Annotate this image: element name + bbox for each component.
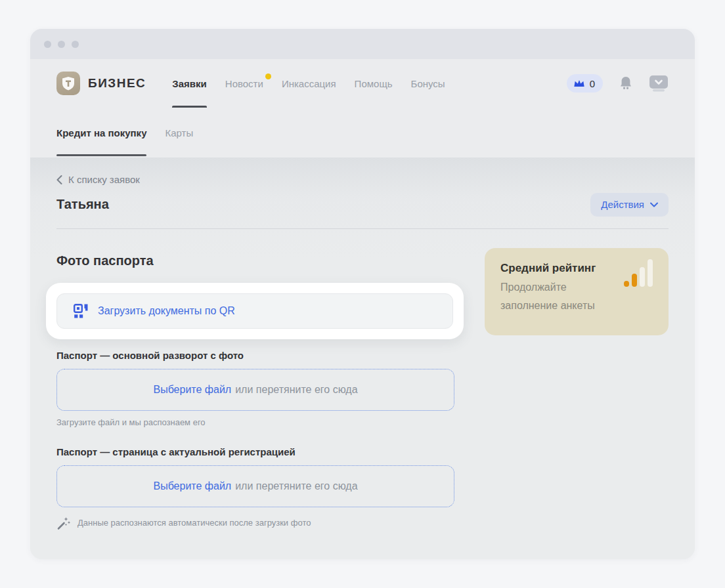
back-chevron-icon <box>56 175 62 184</box>
browser-window: БИЗНЕС Заявки Новости Инкассация Помощь … <box>30 29 695 559</box>
upload-by-qr-label: Загрузить документы по QR <box>98 305 235 317</box>
subnav-tab-credit[interactable]: Кредит на покупку <box>47 108 156 158</box>
rating-card: Средний рейтинг Продолжайте заполнение а… <box>485 248 669 335</box>
choose-file-link[interactable]: Выберите файл <box>153 384 231 396</box>
top-navigation: БИЗНЕС Заявки Новости Инкассация Помощь … <box>30 59 695 108</box>
auto-recognition-note: Данные распознаются автоматически после … <box>56 516 669 530</box>
page-title: Татьяна <box>56 197 109 212</box>
window-dot-icon[interactable] <box>44 41 51 48</box>
nav-tab-zayavki[interactable]: Заявки <box>163 59 215 108</box>
upload-by-qr-button[interactable]: Загрузить документы по QR <box>56 293 453 329</box>
dropzone-main-page[interactable]: Выберите файл или перетяните его сюда <box>56 369 454 411</box>
magic-wand-icon <box>56 516 71 530</box>
nav-tab-novosti[interactable]: Новости <box>216 59 273 108</box>
auto-recognition-text: Данные распознаются автоматически после … <box>77 518 311 528</box>
subnav-tab-cards[interactable]: Карты <box>156 108 202 158</box>
brand-name: БИЗНЕС <box>88 76 146 91</box>
subnav-tab-label: Кредит на покупку <box>56 127 146 138</box>
upload-label-registration-page: Паспорт — страница с актуальной регистра… <box>56 446 669 457</box>
account-menu-button[interactable] <box>649 74 669 93</box>
back-link-label: К списку заявок <box>68 174 140 185</box>
nav-tab-label: Инкассация <box>282 78 336 89</box>
window-dot-icon[interactable] <box>58 41 65 48</box>
nav-tab-label: Помощь <box>355 78 393 89</box>
upload-label-main-page: Паспорт — основной разворот с фото <box>56 350 669 361</box>
upload-hint: Загрузите файл и мы распознаем его <box>56 417 669 427</box>
back-link[interactable]: К списку заявок <box>56 174 140 185</box>
notification-dot <box>265 74 271 79</box>
account-chevron-icon <box>649 74 669 93</box>
nav-tab-bonusy[interactable]: Бонусы <box>402 59 454 108</box>
nav-tab-inkassaciya[interactable]: Инкассация <box>273 59 345 108</box>
nav-tab-label: Бонусы <box>411 78 445 89</box>
window-titlebar <box>30 29 695 59</box>
header-actions: 0 <box>567 74 669 93</box>
qr-upload-highlight: Загрузить документы по QR <box>46 283 464 339</box>
chevron-down-icon <box>650 202 658 207</box>
dropzone-registration-page[interactable]: Выберите файл или перетяните его сюда <box>56 465 454 507</box>
nav-tab-label: Заявки <box>172 78 206 89</box>
nav-tab-pomosch[interactable]: Помощь <box>345 59 402 108</box>
page-content: К списку заявок Татьяна Действия Фото па… <box>30 158 695 559</box>
bonus-count: 0 <box>590 78 595 89</box>
dropzone-hint-text: или перетяните его сюда <box>235 384 357 396</box>
brand-logo[interactable]: БИЗНЕС <box>56 72 146 95</box>
rating-subtitle-line: Продолжайте <box>500 282 567 293</box>
actions-button-label: Действия <box>601 199 644 210</box>
rating-subtitle-line: заполнение анкеты <box>500 300 595 311</box>
nav-tab-label: Новости <box>225 78 263 89</box>
rating-bars-icon <box>624 259 653 287</box>
notifications-button[interactable] <box>619 75 633 91</box>
qr-code-icon <box>73 303 89 319</box>
subnav-tab-label: Карты <box>165 127 193 138</box>
actions-button[interactable]: Действия <box>590 193 669 217</box>
t-bank-shield-icon <box>56 72 80 95</box>
dropzone-hint-text: или перетяните его сюда <box>235 480 357 492</box>
main-nav: Заявки Новости Инкассация Помощь Бонусы <box>163 59 454 108</box>
divider <box>56 228 669 229</box>
crown-icon <box>573 78 585 89</box>
bonus-counter[interactable]: 0 <box>567 74 603 93</box>
bell-icon <box>619 75 633 91</box>
sub-navigation: Кредит на покупку Карты <box>30 108 695 158</box>
choose-file-link[interactable]: Выберите файл <box>153 480 231 492</box>
window-dot-icon[interactable] <box>72 41 79 48</box>
